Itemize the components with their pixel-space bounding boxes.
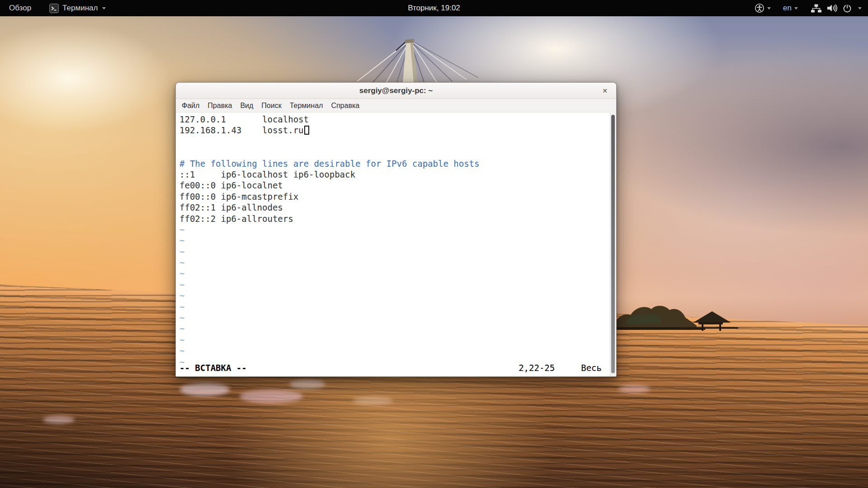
- menu-item-2[interactable]: Вид: [236, 100, 257, 111]
- system-menu[interactable]: [811, 3, 862, 13]
- menu-item-3[interactable]: Поиск: [258, 100, 285, 111]
- wave-foam: [353, 397, 393, 405]
- terminal-empty-line: ~: [179, 345, 606, 356]
- vim-ruler: 2,22-25: [519, 363, 555, 373]
- wave-foam: [240, 389, 303, 403]
- terminal-empty-line: ~: [179, 224, 606, 235]
- accessibility-icon: [755, 3, 764, 13]
- accessibility-menu[interactable]: [755, 3, 771, 13]
- power-icon: [842, 3, 852, 13]
- terminal-empty-line: ~: [179, 279, 606, 290]
- vim-mode-indicator: -- ВСТАВКА --: [179, 363, 247, 373]
- terminal-line: 192.168.1.43 losst.ru: [179, 125, 606, 136]
- activities-button[interactable]: Обзор: [6, 3, 34, 14]
- terminal-empty-line: ~: [179, 235, 606, 246]
- island-silhouette: [613, 294, 753, 337]
- wave-foam: [618, 385, 650, 393]
- terminal-empty-line: ~: [179, 290, 606, 301]
- vim-scroll-position: Весь: [581, 363, 602, 373]
- terminal-empty-line: ~: [179, 334, 606, 345]
- chevron-down-icon: [102, 7, 106, 9]
- wave-foam: [289, 380, 326, 389]
- terminal-line: fe00::0 ip6-localnet: [179, 180, 606, 191]
- terminal-line: ff00::0 ip6-mcastprefix: [179, 191, 606, 202]
- wave-foam: [180, 383, 230, 396]
- chevron-down-icon: [767, 7, 771, 9]
- close-button[interactable]: ✕: [600, 86, 609, 95]
- menu-item-5[interactable]: Справка: [327, 100, 363, 111]
- terminal-window: sergiy@sergiy-pc: ~ ✕ ФайлПравкаВидПоиск…: [175, 82, 617, 377]
- keyboard-layout-label: en: [783, 4, 792, 13]
- scrollbar-thumb[interactable]: [611, 115, 615, 373]
- terminal-empty-line: ~: [179, 268, 606, 279]
- menu-bar: ФайлПравкаВидПоискТерминалСправка: [176, 99, 616, 113]
- window-title: sergiy@sergiy-pc: ~: [359, 86, 433, 95]
- vim-status-bar: -- ВСТАВКА -- 2,22-25 Весь: [179, 363, 602, 373]
- terminal-empty-line: ~: [179, 323, 606, 334]
- window-titlebar[interactable]: sergiy@sergiy-pc: ~ ✕: [176, 83, 616, 99]
- menu-item-4[interactable]: Терминал: [286, 100, 327, 111]
- terminal-screen[interactable]: 127.0.0.1 localhost192.168.1.43 losst.ru…: [176, 113, 616, 376]
- chevron-down-icon: [794, 7, 798, 9]
- volume-icon: [826, 3, 837, 13]
- terminal-line: 127.0.0.1 localhost: [179, 114, 606, 125]
- terminal-empty-line: ~: [179, 257, 606, 268]
- network-wired-icon: [811, 4, 821, 13]
- terminal-empty-line: ~: [179, 312, 606, 323]
- menu-item-1[interactable]: Правка: [204, 100, 236, 111]
- wave-foam: [43, 416, 75, 424]
- terminal-line: ::1 ip6-localhost ip6-loopback: [179, 169, 606, 180]
- terminal-line: ff02::2 ip6-allrouters: [179, 213, 606, 224]
- terminal-app-icon: [49, 4, 59, 13]
- terminal-line: [179, 136, 606, 147]
- terminal-cursor: [304, 126, 309, 135]
- chevron-down-icon: [858, 7, 862, 9]
- terminal-empty-line: ~: [179, 246, 606, 257]
- desktop: Обзор Терминал Вторник, 19:02: [0, 0, 868, 488]
- menu-item-0[interactable]: Файл: [178, 100, 203, 111]
- top-bar: Обзор Терминал Вторник, 19:02: [0, 0, 868, 16]
- terminal-line: [179, 147, 606, 158]
- scrollbar[interactable]: [610, 113, 616, 376]
- terminal-lines: 127.0.0.1 localhost192.168.1.43 losst.ru…: [179, 114, 606, 367]
- terminal-line: ff02::1 ip6-allnodes: [179, 202, 606, 213]
- clock[interactable]: Вторник, 19:02: [0, 4, 868, 13]
- ship-mast: [348, 36, 484, 82]
- focused-app-label: Терминал: [62, 4, 98, 13]
- terminal-line: # The following lines are desirable for …: [179, 158, 606, 169]
- terminal-empty-line: ~: [179, 301, 606, 312]
- keyboard-layout-menu[interactable]: en: [783, 4, 798, 13]
- focused-app-button[interactable]: Терминал: [49, 4, 106, 13]
